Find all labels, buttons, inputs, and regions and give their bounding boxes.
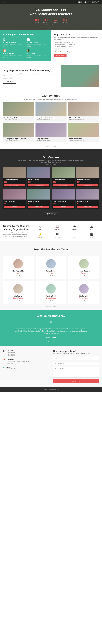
team-social-mia: f t in xyxy=(5,300,32,302)
course-card-5-enroll-button[interactable]: ENROLL NOW xyxy=(4,206,25,208)
teach-section: Teach English in the Best Way 🖥 ONLINE C… xyxy=(0,30,51,61)
course-card-3-enroll-button[interactable]: ENROLL NOW xyxy=(53,184,74,186)
logo-name-3: VANITY xyxy=(72,229,77,230)
course-card-7-title: Private Mini-Groups xyxy=(53,200,74,202)
offer-card-4-image xyxy=(3,123,34,137)
offer-card-6: Exam Preparation 2.5 Amet all known serv… xyxy=(68,123,99,142)
course-card-8-image xyxy=(76,189,99,200)
courses-section: Our Courses Lorem ipsum dolor sit amet, … xyxy=(0,149,102,221)
course-card-4-image xyxy=(76,167,99,178)
offer-card-4: Language training for companies Grosses … xyxy=(3,123,34,142)
contact-submit-button[interactable]: SEND MESSAGE xyxy=(53,379,99,383)
linkedin-icon[interactable]: in xyxy=(52,300,53,302)
team-card-mia: Mia Parker Spanish Teacher f t in xyxy=(3,281,34,304)
courses-section-header: Our Courses Lorem ipsum dolor sit amet, … xyxy=(3,152,99,167)
course-card-7-enroll-button[interactable]: ENROLL NOW xyxy=(53,206,74,208)
course-card-1-enroll-button[interactable]: ENROLL NOW xyxy=(4,184,25,186)
testimonial-dot-3[interactable] xyxy=(53,340,54,342)
lang-biz-section: Language courses and business training N… xyxy=(0,61,102,91)
course-card-6-enroll-button[interactable]: ENROLL NOW xyxy=(28,206,49,208)
course-card-6-body: Private Lessons $22 ENROLL NOW xyxy=(27,200,50,209)
hero-title: Language courseswith native-level teache… xyxy=(30,7,72,16)
contact-phone-detail: CALL US +123 456 7890 +123 456 7890 +123… xyxy=(7,350,15,357)
logo-icon-3: ◈ xyxy=(73,224,76,228)
why-learn-more-button[interactable]: LEARN MORE xyxy=(54,54,66,57)
seminars-icon: 📋 xyxy=(3,49,24,52)
lang-biz-title: Language courses and business training xyxy=(3,69,58,72)
team-section-header: Meet the Passionate Team xyxy=(3,244,99,254)
logo-name-1: ORACT xyxy=(38,229,42,230)
twitter-icon[interactable]: t xyxy=(18,300,18,302)
contact-email-input[interactable] xyxy=(53,361,99,365)
course-card-6: Private Lessons $22 ENROLL NOW xyxy=(27,189,50,209)
offer-card-3: Classes For 30+ Sit lorem ull ameter ser… xyxy=(68,102,99,122)
course-card-4-enroll-button[interactable]: ENROLL NOW xyxy=(77,184,98,186)
offer-card-3-image xyxy=(68,102,99,116)
contact-phone-line2: +123 456 7890 xyxy=(7,353,15,355)
hero-img-credit: Image from Freepik xyxy=(30,24,72,26)
logo-item-4: ☁ CLOUD xyxy=(84,224,99,230)
teach-title: Teach English in the Best Way xyxy=(3,33,48,36)
nav-contact[interactable]: CONTACT xyxy=(92,1,99,3)
team-card-walter: Walter Lilly French Teacher f t xyxy=(68,281,99,304)
why-list-item: Introduce Other Lessons xyxy=(54,49,99,51)
stat-students: 80k Students xyxy=(62,18,67,23)
nav-about[interactable]: ABOUT xyxy=(84,1,90,3)
testimonial-dot-1[interactable] xyxy=(48,340,49,342)
team-name-nat: Nat Reynolds xyxy=(5,270,32,272)
testimonial-dot-2[interactable] xyxy=(50,340,52,342)
teach-item-trainings: 🎓 TRAININGS Sample text. Click to select… xyxy=(26,49,48,58)
course-card-2-title: Online Learning xyxy=(28,179,49,180)
courses-learn-more-button[interactable]: LEARN MORE xyxy=(44,212,58,216)
facebook-icon[interactable]: f xyxy=(16,275,16,276)
contact-email-detail: EMAIL example@email.com xyxy=(6,366,17,370)
teach-item-trainings-title: TRAININGS xyxy=(26,53,48,55)
linkedin-icon[interactable]: in xyxy=(19,275,20,276)
phone-icon: 📞 xyxy=(3,350,6,352)
lang-biz-text: Language courses and business training N… xyxy=(3,69,58,84)
offer-card-5: Language training Sit amet irU lorem dol… xyxy=(36,123,67,142)
contact-name-input[interactable] xyxy=(53,356,99,360)
twitter-icon[interactable]: t xyxy=(50,300,51,302)
facebook-icon[interactable]: f xyxy=(49,300,49,302)
linkedin-icon[interactable]: in xyxy=(52,275,53,276)
logo-item-3: ◈ VANITY xyxy=(67,224,82,230)
facebook-icon[interactable]: f xyxy=(83,300,83,302)
course-card-5-image xyxy=(3,189,26,200)
lang-biz-learn-more-button[interactable]: LEARN MORE xyxy=(3,80,16,84)
stat-courses-label: Courses xyxy=(43,22,48,23)
offer-card-4-title: Language training for companies xyxy=(4,138,33,140)
logo-name-5: ENERGY xyxy=(38,236,43,238)
team-card-sasha: Sasha Payne Co-Founder f t in xyxy=(36,256,66,279)
twitter-icon[interactable]: t xyxy=(18,275,18,276)
offer-card-5-desc: Sit amet irU lorem dolum xyxy=(36,140,66,141)
offer-card-1: Flexible English Courses Lorem sit amete… xyxy=(3,102,34,122)
course-card-7-body: Private Mini-Groups $19 ENROLL NOW xyxy=(52,200,75,209)
twitter-icon[interactable]: t xyxy=(50,275,51,276)
translations-icon: 📄 xyxy=(26,38,48,41)
contact-message-input[interactable] xyxy=(53,367,99,378)
testimonial-author: Hellen Smith xyxy=(3,336,99,338)
offer-card-5-image xyxy=(36,123,67,137)
linkedin-icon[interactable]: in xyxy=(19,300,20,302)
facebook-icon[interactable]: f xyxy=(83,275,83,276)
trusted-logos: ◇ ORACT 📖 LIBRARY ◈ VANITY ☁ CLOUD ⚡ xyxy=(33,224,99,238)
twitter-icon[interactable]: t xyxy=(84,300,85,302)
course-card-2-enroll-button[interactable]: ENROLL NOW xyxy=(28,184,49,186)
stat-teachers-label: Teachers xyxy=(52,22,58,23)
contact-phone-line1: +123 456 7890 xyxy=(7,352,15,353)
facebook-icon[interactable]: f xyxy=(49,275,49,276)
logo-item-2: 📖 LIBRARY xyxy=(50,224,65,230)
teach-item-seminars: 📋 OUR SEMINARS Sample text. Click to sel… xyxy=(3,49,24,58)
nav-home[interactable]: HOME xyxy=(77,1,82,3)
twitter-icon[interactable]: t xyxy=(84,275,85,276)
facebook-icon[interactable]: f xyxy=(16,300,16,302)
course-card-3-title: English for Business xyxy=(53,179,74,180)
team-role-jennie: Manager xyxy=(70,272,97,274)
course-card-8-enroll-button[interactable]: ENROLL NOW xyxy=(77,206,98,208)
teach-item-seminars-title: OUR SEMINARS xyxy=(3,53,24,55)
offer-card-5-title: Language training xyxy=(36,138,66,140)
logos-grid: ◇ ORACT 📖 LIBRARY ◈ VANITY ☁ CLOUD ⚡ xyxy=(33,224,99,238)
course-card-7-price: $19 xyxy=(53,202,74,205)
team-social-jennie: f t xyxy=(70,275,97,276)
